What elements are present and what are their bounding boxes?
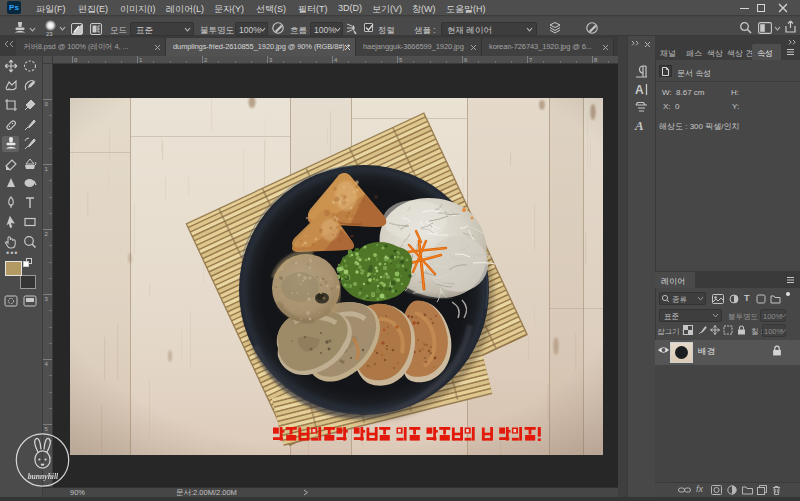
svg-text:bunnyhill: bunnyhill <box>28 472 59 481</box>
svg-text:A: A <box>635 83 644 97</box>
svg-text:A: A <box>634 118 644 133</box>
